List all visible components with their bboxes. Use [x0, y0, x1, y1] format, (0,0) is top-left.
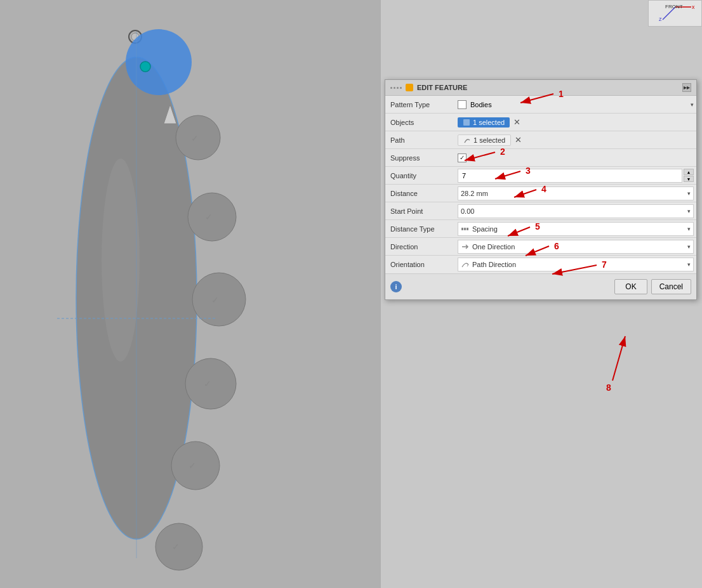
dialog-footer: i OK Cancel: [385, 273, 696, 299]
objects-row: Objects 1 selected ✕: [385, 114, 696, 131]
distance-row: Distance 28.2 mm ▾: [385, 185, 696, 202]
objects-selected-btn[interactable]: 1 selected: [458, 117, 510, 127]
svg-text:✓: ✓: [204, 379, 211, 389]
svg-text:✓: ✓: [172, 542, 180, 552]
spacing-icon: [461, 225, 470, 233]
quantity-spinner-btns: ▲ ▼: [684, 169, 694, 182]
svg-text:FRONT: FRONT: [665, 4, 683, 10]
objects-selected-value: 1 selected: [473, 119, 505, 126]
info-button[interactable]: i: [390, 281, 402, 292]
svg-rect-26: [463, 119, 470, 126]
objects-sel-icon: [463, 119, 470, 126]
path-control: 1 selected ✕: [455, 133, 696, 147]
distance-type-label: Distance Type: [385, 223, 455, 235]
orientation-control: Path Direction ▾: [455, 256, 696, 273]
quantity-input[interactable]: [458, 169, 682, 183]
cad-viewport: ✓ ✓ ✓ ✓ ✓ ✓: [0, 0, 381, 588]
suppress-control: ✓: [455, 152, 696, 164]
orientation-value: Path Direction: [472, 261, 516, 268]
svg-rect-28: [464, 228, 466, 230]
svg-text:✓: ✓: [191, 133, 199, 143]
objects-control: 1 selected ✕: [455, 116, 696, 129]
objects-clear-btn[interactable]: ✕: [512, 117, 522, 127]
path-selected-value: 1 selected: [474, 136, 505, 144]
objects-label: Objects: [385, 116, 455, 129]
start-point-arrow: ▾: [687, 208, 691, 214]
annotation-8: 8: [606, 382, 611, 393]
direction-icon: [461, 242, 470, 251]
orientation-row: Orientation Path Direction ▾: [385, 256, 696, 273]
dialog-body: Pattern Type Bodies ▾ Objects 1 selected…: [385, 96, 696, 273]
distance-label: Distance: [385, 187, 455, 200]
titlebar-controls: ▸▸: [682, 83, 691, 92]
distance-dropdown[interactable]: 28.2 mm ▾: [458, 186, 694, 200]
quantity-row: Quantity ▲ ▼: [385, 167, 696, 185]
cancel-button[interactable]: Cancel: [651, 279, 691, 294]
svg-text:✓: ✓: [211, 295, 219, 305]
distance-arrow: ▾: [687, 190, 691, 197]
suppress-check-mark: ✓: [460, 154, 465, 161]
svg-line-38: [613, 336, 625, 381]
orientation-icon: [461, 260, 470, 269]
distance-type-row: Distance Type Spacing ▾: [385, 220, 696, 238]
path-icon: [463, 136, 471, 144]
start-point-control: 0.00 ▾: [455, 203, 696, 219]
direction-row: Direction One Direction ▾: [385, 238, 696, 256]
cad-drawing: ✓ ✓ ✓ ✓ ✓ ✓: [19, 6, 260, 577]
direction-dropdown[interactable]: One Direction ▾: [458, 240, 694, 254]
path-selected-display[interactable]: 1 selected: [458, 134, 511, 146]
start-point-dropdown[interactable]: 0.00 ▾: [458, 204, 694, 218]
orientation-dropdown[interactable]: Path Direction ▾: [458, 258, 694, 271]
axis-svg: z x FRONT: [656, 2, 694, 25]
distance-type-arrow: ▾: [687, 226, 691, 232]
orientation-arrow: ▾: [687, 261, 691, 268]
svg-point-16: [192, 273, 246, 326]
svg-text:x: x: [692, 4, 694, 10]
path-label: Path: [385, 134, 455, 147]
distance-type-dropdown[interactable]: Spacing ▾: [458, 222, 694, 236]
path-row: Path 1 selected ✕: [385, 131, 696, 149]
axis-indicator: z x FRONT: [648, 0, 702, 27]
pattern-type-label: Pattern Type: [385, 98, 455, 111]
feature-icon: [406, 84, 413, 91]
dialog-titlebar[interactable]: EDIT FEATURE ▸▸: [385, 80, 696, 96]
direction-control: One Direction ▾: [455, 238, 696, 255]
svg-point-10: [140, 62, 150, 72]
distance-value: 28.2 mm: [461, 190, 687, 197]
dialog-title: EDIT FEATURE: [417, 84, 467, 91]
drag-handle: [390, 87, 402, 89]
quantity-label: Quantity: [385, 169, 455, 182]
suppress-row: Suppress ✓: [385, 149, 696, 167]
pattern-type-arrow[interactable]: ▾: [691, 101, 694, 108]
svg-point-9: [126, 29, 192, 95]
quantity-down-btn[interactable]: ▼: [684, 176, 694, 182]
direction-value-group: One Direction: [461, 242, 687, 251]
quantity-spinner: ▲ ▼: [458, 169, 694, 183]
svg-rect-29: [467, 228, 468, 230]
orientation-label: Orientation: [385, 258, 455, 271]
svg-text:z: z: [659, 16, 662, 22]
suppress-checkbox[interactable]: ✓: [458, 154, 467, 162]
pattern-type-value: Bodies: [470, 101, 687, 108]
direction-label: Direction: [385, 240, 455, 253]
start-point-value: 0.00: [461, 207, 687, 215]
distance-control: 28.2 mm ▾: [455, 185, 696, 202]
distance-type-control: Spacing ▾: [455, 221, 696, 237]
pattern-type-row: Pattern Type Bodies ▾: [385, 96, 696, 114]
quantity-up-btn[interactable]: ▲: [684, 169, 694, 175]
distance-type-value-group: Spacing: [461, 225, 687, 233]
pattern-type-checkbox[interactable]: [458, 100, 467, 109]
titlebar-left: EDIT FEATURE: [390, 84, 467, 91]
distance-type-value: Spacing: [472, 225, 498, 233]
svg-text:✓: ✓: [189, 461, 196, 471]
ok-button[interactable]: OK: [614, 279, 647, 294]
pattern-type-value-group: Bodies ▾: [458, 100, 694, 109]
suppress-label: Suppress: [385, 152, 455, 164]
titlebar-expand-btn[interactable]: ▸▸: [682, 83, 691, 92]
pattern-type-control: Bodies ▾: [455, 99, 696, 110]
svg-point-6: [102, 159, 140, 362]
footer-buttons: OK Cancel: [614, 279, 691, 294]
orientation-value-group: Path Direction: [461, 260, 687, 269]
path-clear-btn[interactable]: ✕: [513, 135, 523, 145]
svg-text:✓: ✓: [205, 212, 213, 222]
